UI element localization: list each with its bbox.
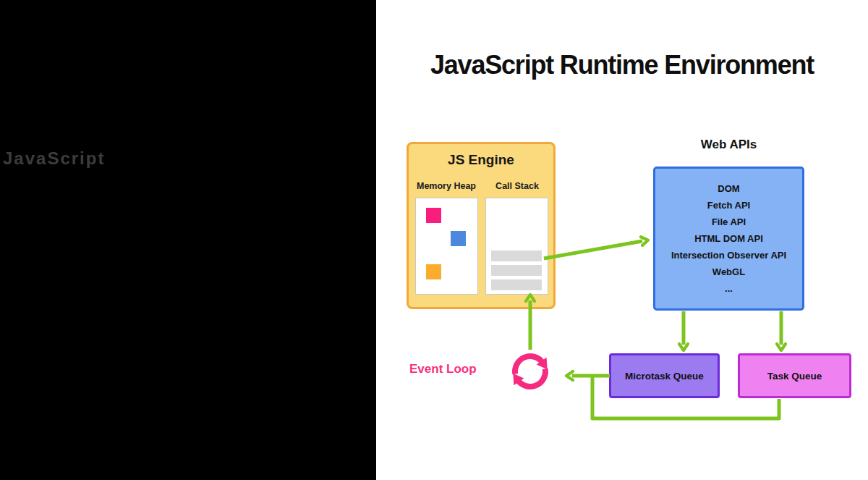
event-loop-refresh-icon: [503, 347, 560, 396]
left-black-panel: JavaScript: [0, 0, 376, 480]
heap-object-blue: [451, 231, 466, 246]
stack-frame: [491, 250, 542, 261]
heap-object-orange: [426, 264, 441, 279]
screenshot-stage: JavaScript JavaScript Runtime Environmen…: [0, 0, 868, 480]
brand-label: JavaScript: [3, 148, 105, 169]
task-queue-box: Task Queue: [738, 353, 851, 398]
js-engine-title: JS Engine: [409, 152, 553, 168]
web-apis-box: DOM Fetch API File API HTML DOM API Inte…: [653, 167, 804, 311]
memory-heap-panel: [415, 198, 478, 295]
api-item-webgl: WebGL: [655, 264, 802, 280]
js-engine-box: JS Engine Memory Heap Call Stack: [407, 142, 556, 309]
memory-heap-label: Memory Heap: [413, 181, 480, 191]
api-item-file: File API: [655, 214, 802, 230]
api-item-dom: DOM: [655, 180, 802, 197]
microtask-queue-label: Microtask Queue: [625, 371, 704, 382]
api-item-fetch: Fetch API: [655, 197, 802, 214]
api-item-intersection-observer: Intersection Observer API: [655, 247, 802, 264]
call-stack-panel: [485, 198, 548, 295]
arrow-callstack-to-webapis: [544, 241, 642, 258]
heap-object-pink: [426, 208, 441, 223]
api-item-ellipsis: ...: [655, 280, 802, 297]
task-queue-label: Task Queue: [767, 371, 822, 382]
page-title: JavaScript Runtime Environment: [376, 50, 868, 80]
stack-frame: [491, 279, 542, 290]
call-stack-label: Call Stack: [484, 181, 550, 191]
event-loop-label: Event Loop: [409, 362, 482, 376]
web-apis-title: Web APIs: [653, 138, 804, 152]
stack-frame: [491, 265, 542, 276]
microtask-queue-box: Microtask Queue: [609, 353, 720, 398]
api-item-html-dom: HTML DOM API: [655, 230, 802, 247]
